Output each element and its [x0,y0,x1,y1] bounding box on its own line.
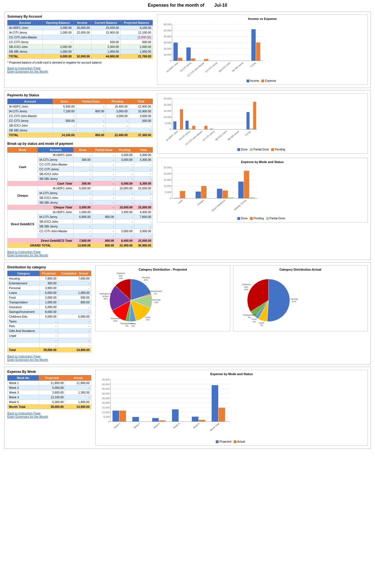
svg-rect-141 [119,411,126,422]
chart4-svg: 05,00010,00015,00020,00025,00030,00035,0… [98,377,365,439]
svg-text:10,000: 10,000 [163,53,171,56]
col-account: Account [8,20,43,25]
chart1-svg: 010,00020,00030,00040,00050,00060,000IA-… [160,22,365,78]
back-link-3[interactable]: Back to Instruction Page [7,355,91,358]
svg-text:SB-SBI-Jenny: SB-SBI-Jenny [227,130,240,141]
svg-rect-140 [112,411,119,422]
legend-expense: Expense [261,79,276,82]
svg-text:3%: 3% [125,325,128,327]
svg-text:25,000: 25,000 [163,166,171,169]
svg-rect-74 [180,191,185,198]
legend-partial3: Partial-Done [266,217,285,220]
svg-rect-143 [132,417,139,422]
svg-text:15,000: 15,000 [163,110,171,112]
svg-text:15%: 15% [146,319,150,321]
svg-text:Week 3: Week 3 [153,422,161,429]
svg-text:20%: 20% [144,279,148,281]
svg-rect-80 [222,190,228,198]
breakup-title: Break up by status and mode of payment [7,142,153,146]
summary-title: Summary By Account [7,15,153,18]
svg-text:20,000: 20,000 [163,47,171,50]
svg-text:IA-HDFC-John: IA-HDFC-John [166,130,179,142]
svg-rect-46 [189,128,192,129]
svg-text:stment: stment [102,295,109,298]
svg-text:30,000: 30,000 [163,41,171,44]
svg-rect-25 [251,29,256,61]
pie-actual-svg: Housing51%Loans7%Food3%Transportation5%C… [236,272,365,329]
svg-rect-150 [192,417,198,422]
svg-rect-84 [244,171,249,198]
legend-income: Income [247,79,259,82]
pie-projected-chart: Category Distribution - Projected Housin… [95,265,230,331]
svg-rect-151 [199,420,205,422]
col-account2: Account [8,99,53,104]
svg-text:SB-SBI-Jenny: SB-SBI-Jenny [231,62,244,73]
svg-text:25,000: 25,000 [163,97,171,100]
svg-rect-49 [204,126,207,129]
enter-link-1[interactable]: Enter Expenses for the Month [7,70,153,73]
svg-rect-17 [186,47,191,61]
mode-status-chart: Expense by Mode and Status 05,00010,0001… [157,158,368,222]
svg-rect-145 [152,418,159,422]
col-done: Done [53,99,76,104]
back-link-1[interactable]: Back to Instruction Page [7,66,153,70]
svg-text:Week 2: Week 2 [133,422,141,429]
svg-text:40,000: 40,000 [102,383,110,386]
col-proj3: Projected [40,271,58,276]
svg-text:51%: 51% [292,300,296,303]
svg-rect-43 [180,109,183,129]
enter-link-2[interactable]: Enter Expenses for the Month [7,254,153,257]
pie-proj-title: Category Distribution - Projected [98,268,228,271]
enter-link-3[interactable]: Enter Expenses for the Month [7,358,91,361]
section4-links: Back to Instruction Page Enter Expenses … [7,412,91,418]
col-week: Week No [8,375,39,381]
section3-links: Back to Instruction Page Enter Expenses … [7,355,91,361]
col-income: Income [73,20,91,25]
col-projected: Projected Balance [120,20,153,25]
svg-rect-26 [256,43,260,61]
svg-text:Transportation: Transportation [120,322,133,325]
svg-text:30,000: 30,000 [102,392,110,395]
col-pending: Pending [106,99,129,104]
summary-table: Account Opening Balance Income Current B… [7,20,153,59]
svg-rect-76 [196,192,201,198]
col-total: Total [129,99,153,104]
svg-text:20,000: 20,000 [163,103,171,106]
svg-text:Personal: Personal [152,299,161,301]
svg-rect-79 [217,189,222,198]
svg-rect-47 [192,126,195,129]
svg-text:Loans: Loans [145,316,151,319]
chart3-svg: 05,00010,00015,00020,00025,000CashCheque… [160,165,365,216]
footnote: * Projected balance of credit card is de… [7,61,153,64]
svg-rect-57 [253,102,256,129]
legend-proj4: Projected [216,440,231,443]
back-link-4[interactable]: Back to Instruction Page [7,412,91,415]
svg-text:Loans: Loans [258,322,264,324]
col-cat: Category [8,271,40,276]
svg-text:Cash: Cash [177,199,183,204]
enter-link-4[interactable]: Enter Expenses for the Month [7,415,91,418]
svg-rect-18 [191,59,195,61]
back-link-2[interactable]: Back to Instruction Page [7,250,153,254]
svg-text:Housing: Housing [142,276,150,279]
svg-text:13%: 13% [113,320,117,322]
svg-rect-146 [159,420,166,422]
week-table: Week No Projected Actual Week 111,800.00… [7,375,91,409]
svg-text:0: 0 [170,59,171,62]
section-payments: Payments by Status Account Done Partial-… [4,90,371,260]
svg-rect-14 [174,43,178,61]
svg-text:5,000: 5,000 [103,415,110,418]
svg-text:Childrens: Childrens [242,283,250,286]
section-week: Expense By Week Week No Projected Actual… [4,367,371,449]
col-mode: Mode [8,147,38,153]
col-account3: Account [38,147,74,153]
svg-text:CC-CITI-Jenny: CC-CITI-Jenny [202,130,215,142]
svg-text:Entertainment: Entertainment [149,290,162,292]
section-summary: Summary By Account Account Opening Balan… [4,11,371,88]
svg-text:Week 1: Week 1 [113,422,121,429]
svg-text:Edu: Edu [119,275,123,277]
svg-text:10%: 10% [154,301,158,304]
payments-table: Account Done Partial-Done Pending Total … [7,99,153,138]
svg-text:TOTAL: TOTAL [250,61,257,68]
section-category: Distribution by category Category Projec… [4,262,371,364]
